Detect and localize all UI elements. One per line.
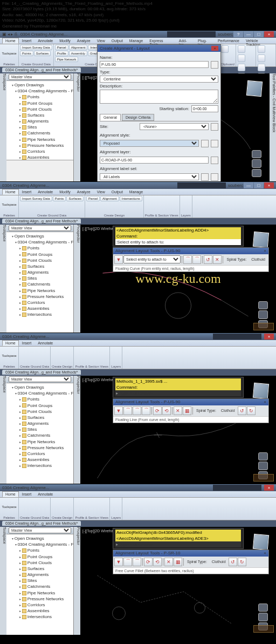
maximize-icon[interactable]: □: [254, 31, 264, 37]
tab-modify[interactable]: Modify: [56, 38, 74, 44]
zoom-icon: [252, 159, 261, 167]
tree-drawing[interactable]: 0304 Creating Alignments - Fixed...: [8, 88, 72, 94]
tree[interactable]: Open Drawings 0304 Creating Alignments -…: [6, 81, 73, 160]
surfaces-btn[interactable]: Surfaces: [34, 51, 51, 56]
nav-bar[interactable]: [248, 150, 265, 177]
tab-express[interactable]: Express Tools: [146, 38, 176, 44]
tool-line[interactable]: ▼: [114, 255, 123, 264]
toolspace-tab[interactable]: Toolspace: [0, 73, 6, 181]
ribbon-tabs: Home Insert Annotate Modify Analyze View…: [0, 38, 276, 44]
profile-btn[interactable]: Profile: [55, 51, 68, 56]
desc-input[interactable]: [100, 90, 218, 104]
create-alignment-dialog: Create Alignment - Layout× Name: Type: C…: [97, 44, 221, 181]
svg-point-1: [113, 607, 126, 620]
svg-point-0: [165, 293, 191, 318]
close-icon[interactable]: ×: [264, 31, 274, 37]
paste-icon[interactable]: [221, 45, 229, 53]
tab-manage[interactable]: Manage: [126, 38, 146, 44]
tab-annotate[interactable]: Annotate: [34, 38, 56, 44]
pipenet-btn[interactable]: Pipe Network: [55, 57, 79, 62]
tree-root[interactable]: Open Drawings: [8, 82, 72, 88]
tab-general[interactable]: General: [100, 114, 121, 121]
curve-select[interactable]: Select entity to attach to: [123, 255, 181, 263]
search-input[interactable]: [167, 31, 216, 37]
tab-output[interactable]: Output: [108, 38, 126, 44]
toolspace-button[interactable]: Toolspace: [1, 45, 17, 63]
alignment-layout-toolbar: Alignment Layout Tools - P-US-90× ▼ Sele…: [113, 247, 269, 272]
thumb-2: 0304 Creating Alignme...scuberc—□× HomeI…: [0, 181, 276, 333]
orbit-icon: [252, 169, 261, 177]
right-palette[interactable]: Tool Palettes - Civil Multiview Block: [270, 73, 276, 181]
parcel-btn[interactable]: Parcel: [55, 45, 68, 50]
toolspace-panel: Master View Open Drawings 0304 Creating …: [6, 73, 74, 181]
tab-vehicle[interactable]: Vehicle Tracking: [243, 38, 276, 44]
minimize-icon[interactable]: —: [244, 31, 253, 37]
site-select[interactable]: <None>: [140, 123, 209, 130]
tab-insert[interactable]: Insert: [19, 38, 35, 44]
import-survey[interactable]: Import Survey Data: [20, 45, 52, 50]
qat[interactable]: ▣ ◂ ▸ ⎙: [2, 32, 17, 37]
file-info: File: 14_-_Creating_Alignments_The_Fixed…: [0, 0, 276, 30]
doc-tab[interactable]: 0304 Creating Align...g_and Free Methods…: [2, 67, 81, 72]
name-picker-icon[interactable]: [211, 61, 218, 69]
command-line[interactable]: <AeccDbAlignmentMinorStationLabeling ADD…: [113, 226, 244, 247]
thumb-1: ▣ ◂ ▸ ⎙ 0304 Creating Alignme... scuberc…: [0, 30, 276, 181]
thumb-3: 0304 Creating Alignme...× HomeInsertAnno…: [0, 333, 276, 484]
tab-home[interactable]: Home: [2, 38, 19, 44]
thumb-4: 0304 Creating Alignme...× HomeInsertAnno…: [0, 484, 276, 635]
labelset-select[interactable]: All Labels: [100, 173, 199, 180]
layer-input: [100, 157, 209, 164]
help-icon[interactable]: ?: [233, 31, 243, 37]
account[interactable]: scuberc: [218, 32, 233, 37]
pan-icon: [252, 150, 261, 158]
tab-performance[interactable]: Performance: [215, 38, 243, 44]
tab-design-criteria[interactable]: Design Criteria: [122, 114, 154, 121]
tab-plugins[interactable]: Plug-ins: [195, 38, 215, 44]
name-input[interactable]: [100, 61, 209, 68]
tab-addins[interactable]: Add-ins: [176, 38, 195, 44]
viewcube[interactable]: [244, 78, 265, 99]
tab-view[interactable]: View: [94, 38, 108, 44]
assembly-btn[interactable]: Assembly: [69, 51, 87, 56]
prospector-tab[interactable]: Prospector: [74, 73, 80, 181]
toolbar-close-icon[interactable]: ×: [264, 248, 266, 253]
svg-point-2: [195, 602, 205, 613]
packt-logo: [253, 323, 274, 330]
alignment-btn[interactable]: Alignment: [69, 45, 88, 50]
tab-analyze[interactable]: Analyze: [74, 38, 94, 44]
view-select[interactable]: Master View: [9, 74, 71, 80]
points-btn[interactable]: Points: [20, 51, 33, 56]
station-input[interactable]: [191, 105, 218, 112]
type-select[interactable]: Centerline: [100, 76, 218, 83]
style-select[interactable]: Proposed: [100, 140, 199, 147]
dialog-close-icon[interactable]: ×: [211, 46, 218, 51]
titlebar: ▣ ◂ ▸ ⎙ 0304 Creating Alignme... scuberc…: [0, 31, 276, 38]
